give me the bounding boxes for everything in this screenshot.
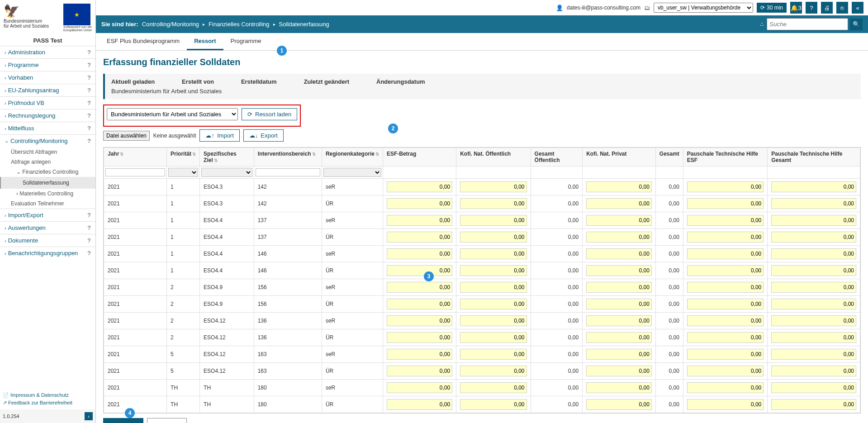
breadcrumb-item[interactable]: Controlling/Monitoring: [142, 21, 199, 28]
sitemap-icon[interactable]: ⛬: [759, 21, 765, 28]
help-icon[interactable]: ?: [87, 212, 91, 219]
session-timer-button[interactable]: ⟳30 min: [757, 3, 787, 13]
notifications-button[interactable]: 🔔3: [790, 2, 802, 14]
filter-interventionsbereich[interactable]: [256, 168, 320, 176]
input-esf-betrag[interactable]: [387, 382, 452, 393]
filter-ziel[interactable]: [201, 168, 252, 177]
nav-solldatenerfassung[interactable]: Solldatenerfassung: [0, 177, 95, 189]
input-pth-esf[interactable]: [687, 366, 764, 376]
input-pth-gesamt[interactable]: [771, 349, 856, 360]
help-icon[interactable]: ?: [87, 100, 91, 106]
input-pth-esf[interactable]: [687, 382, 764, 393]
export-button[interactable]: ☁↓Export: [243, 129, 284, 142]
input-pth-esf[interactable]: [687, 332, 764, 343]
input-kofi-oeffentlich[interactable]: [460, 399, 526, 410]
print-button[interactable]: 🖨: [821, 2, 833, 14]
col-regionenkategorie[interactable]: Regionenkategorie⇅: [322, 148, 383, 166]
input-kofi-privat[interactable]: [586, 399, 652, 410]
discard-button[interactable]: Verwerfen: [147, 418, 187, 423]
input-kofi-privat[interactable]: [586, 299, 652, 309]
input-pth-esf[interactable]: [687, 299, 764, 309]
input-kofi-oeffentlich[interactable]: [460, 265, 526, 276]
input-kofi-oeffentlich[interactable]: [460, 349, 526, 360]
input-pth-gesamt[interactable]: [771, 366, 856, 376]
input-esf-betrag[interactable]: [387, 315, 452, 326]
help-icon[interactable]: ?: [87, 224, 91, 231]
nav-mittelfluss[interactable]: ›Mittelfluss?: [0, 122, 95, 134]
input-kofi-privat[interactable]: [586, 315, 652, 326]
nav-import-export[interactable]: ›Import/Export?: [0, 209, 95, 221]
input-kofi-oeffentlich[interactable]: [460, 332, 526, 343]
input-kofi-oeffentlich[interactable]: [460, 299, 526, 309]
input-pth-esf[interactable]: [687, 399, 764, 410]
impressum-link[interactable]: 📄 Impressum & Datenschutz: [3, 391, 93, 399]
input-kofi-privat[interactable]: [586, 248, 652, 259]
input-pth-gesamt[interactable]: [771, 299, 856, 309]
input-pth-esf[interactable]: [687, 315, 764, 326]
tab-esf-plus[interactable]: ESF Plus Bundesprogramm: [100, 33, 187, 50]
help-icon[interactable]: ?: [87, 237, 91, 244]
input-pth-gesamt[interactable]: [771, 399, 856, 410]
help-icon[interactable]: ?: [87, 112, 91, 119]
help-button[interactable]: ?: [806, 2, 817, 14]
nav-benachrichtigungsgruppen[interactable]: ›Benachrichtigungsgruppen?: [0, 247, 95, 259]
input-esf-betrag[interactable]: [387, 232, 452, 242]
nav-dokumente[interactable]: ›Dokumente?: [0, 234, 95, 247]
input-pth-gesamt[interactable]: [771, 215, 856, 226]
nav-controlling-monitoring[interactable]: ⌄Controlling/Monitoring?: [0, 134, 95, 147]
input-pth-esf[interactable]: [687, 181, 764, 192]
logout-button[interactable]: ⎋: [836, 2, 848, 14]
nav-evaluation-teilnehmer[interactable]: Evaluation Teilnehmer: [0, 199, 95, 209]
input-esf-betrag[interactable]: [387, 215, 452, 226]
breadcrumb-item[interactable]: Finanzielles Controlling: [209, 21, 269, 28]
role-select[interactable]: vb_user_sw | Verwaltungsbehörde: [654, 3, 753, 13]
input-esf-betrag[interactable]: [387, 349, 452, 360]
ressort-select[interactable]: Bundesministerium für Arbeit und Soziale…: [107, 108, 238, 120]
save-button[interactable]: Speichern: [103, 418, 143, 423]
input-kofi-privat[interactable]: [586, 265, 652, 276]
filter-jahr[interactable]: [105, 168, 165, 176]
input-pth-gesamt[interactable]: [771, 282, 856, 293]
input-esf-betrag[interactable]: [387, 366, 452, 376]
input-esf-betrag[interactable]: [387, 332, 452, 343]
filter-regionenkategorie[interactable]: [323, 168, 381, 177]
input-pth-gesamt[interactable]: [771, 248, 856, 259]
input-kofi-oeffentlich[interactable]: [460, 198, 526, 209]
input-kofi-oeffentlich[interactable]: [460, 282, 526, 293]
nav-auswertungen[interactable]: ›Auswertungen?: [0, 221, 95, 234]
input-pth-esf[interactable]: [687, 198, 764, 209]
feedback-link[interactable]: ↗ Feedback zur Barrierefreiheit: [3, 399, 93, 407]
input-pth-gesamt[interactable]: [771, 232, 856, 242]
input-esf-betrag[interactable]: [387, 282, 452, 293]
nav-programme[interactable]: ›Programme?: [0, 58, 95, 71]
nav-rechnungslegung[interactable]: ›Rechnungslegung?: [0, 109, 95, 122]
input-kofi-privat[interactable]: [586, 181, 652, 192]
nav-eu-zahlungsantrag[interactable]: ›EU-Zahlungsantrag?: [0, 84, 95, 96]
input-kofi-privat[interactable]: [586, 366, 652, 376]
import-button[interactable]: ☁↑Import: [199, 129, 239, 142]
expand-button[interactable]: «: [852, 2, 863, 14]
input-pth-gesamt[interactable]: [771, 265, 856, 276]
ressort-laden-button[interactable]: ⟳Ressort laden: [242, 108, 297, 120]
help-icon[interactable]: ?: [87, 125, 91, 132]
input-kofi-oeffentlich[interactable]: [460, 315, 526, 326]
input-pth-esf[interactable]: [687, 232, 764, 242]
input-pth-esf[interactable]: [687, 215, 764, 226]
help-icon[interactable]: ?: [87, 138, 91, 144]
input-pth-gesamt[interactable]: [771, 315, 856, 326]
help-icon[interactable]: ?: [87, 250, 91, 257]
input-esf-betrag[interactable]: [387, 248, 452, 259]
nav-materielles-controlling[interactable]: › Materielles Controlling: [0, 189, 95, 199]
input-kofi-oeffentlich[interactable]: [460, 181, 526, 192]
collapse-sidebar-button[interactable]: ‹: [85, 412, 93, 420]
input-pth-gesamt[interactable]: [771, 181, 856, 192]
input-esf-betrag[interactable]: [387, 399, 452, 410]
input-kofi-oeffentlich[interactable]: [460, 366, 526, 376]
nav-uebersicht-abfragen[interactable]: Übersicht Abfragen: [0, 147, 95, 157]
input-kofi-oeffentlich[interactable]: [460, 232, 526, 242]
input-pth-esf[interactable]: [687, 248, 764, 259]
nav-administration[interactable]: ›Administration?: [0, 46, 95, 58]
col-jahr[interactable]: Jahr⇅: [104, 148, 167, 166]
input-pth-gesamt[interactable]: [771, 198, 856, 209]
col-prioritaet[interactable]: Priorität⇅: [167, 148, 200, 166]
